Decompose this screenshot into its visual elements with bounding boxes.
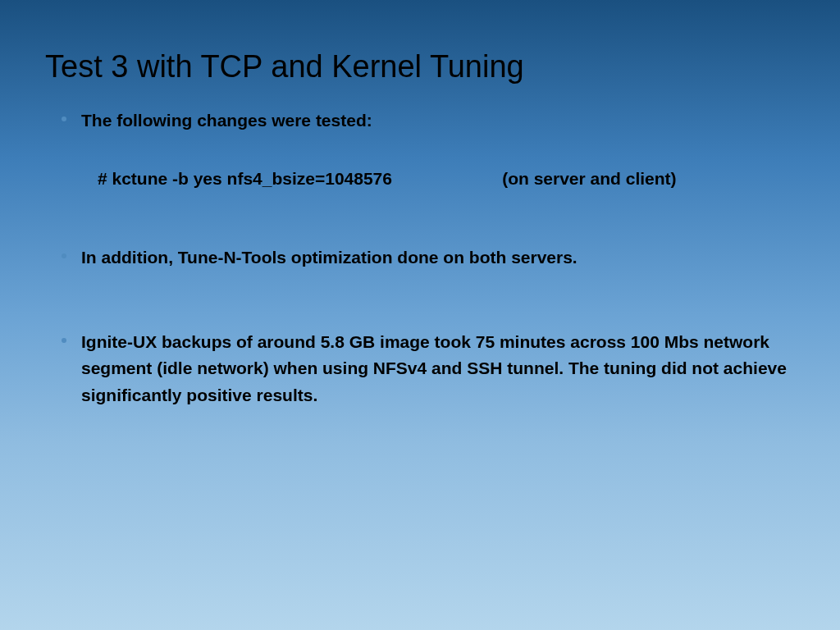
spacer (62, 139, 795, 166)
code-annotation: (on server and client) (392, 166, 677, 193)
code-command: # kctune -b yes nfs4_bsize=1048576 (98, 166, 392, 193)
bullet-icon (62, 253, 66, 258)
spacer (62, 303, 795, 329)
spacer (62, 218, 795, 244)
list-item: The following changes were tested: (62, 107, 795, 135)
slide-container: Test 3 with TCP and Kernel Tuning The fo… (0, 0, 840, 630)
bullet-text: In addition, Tune-N-Tools optimization d… (81, 244, 578, 272)
bullet-text: Ignite-UX backups of around 5.8 GB image… (81, 329, 795, 409)
list-item: Ignite-UX backups of around 5.8 GB image… (62, 329, 795, 409)
slide-content: The following changes were tested: # kct… (45, 107, 795, 409)
bullet-text: The following changes were tested: (81, 107, 372, 135)
code-line: # kctune -b yes nfs4_bsize=1048576 (on s… (62, 166, 795, 193)
slide-title: Test 3 with TCP and Kernel Tuning (45, 49, 795, 84)
spacer (62, 276, 795, 303)
bullet-icon (62, 338, 66, 343)
spacer (62, 192, 795, 218)
list-item: In addition, Tune-N-Tools optimization d… (62, 244, 795, 272)
bullet-icon (62, 116, 66, 121)
